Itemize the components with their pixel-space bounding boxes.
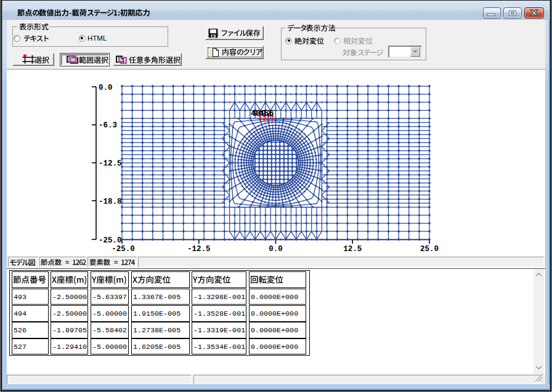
svg-text:-6.3: -6.3 <box>99 121 117 130</box>
svg-text:-12.5: -12.5 <box>99 159 122 168</box>
svg-text:49349526: 49349526 <box>251 110 274 118</box>
svg-text:-25.0: -25.0 <box>99 236 122 245</box>
svg-text:-12.5: -12.5 <box>187 245 211 254</box>
svg-text:-18.8: -18.8 <box>99 198 122 206</box>
svg-text:0.0: 0.0 <box>269 245 283 254</box>
svg-text:12.5: 12.5 <box>343 245 362 254</box>
svg-text:-25.0: -25.0 <box>112 245 135 254</box>
svg-text:25.0: 25.0 <box>420 245 439 254</box>
svg-text:0.0: 0.0 <box>99 84 113 92</box>
